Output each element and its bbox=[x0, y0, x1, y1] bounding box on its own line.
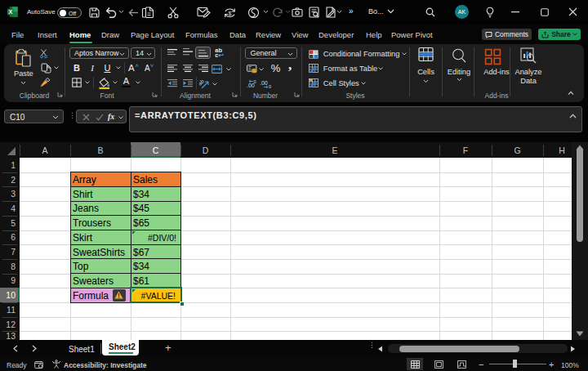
svg-text:0: 0 bbox=[269, 84, 271, 88]
svg-text:.00: .00 bbox=[260, 80, 268, 86]
svg-text:$: $ bbox=[228, 10, 231, 16]
svg-text:0: 0 bbox=[253, 79, 256, 84]
svg-text:X: X bbox=[8, 8, 12, 16]
